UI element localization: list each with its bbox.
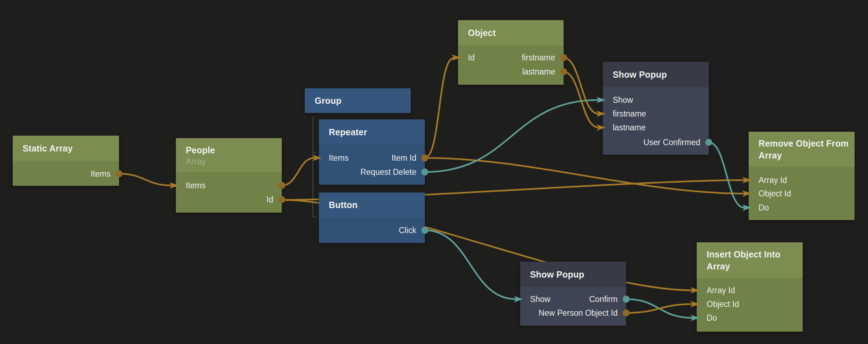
node-header: Repeater (319, 119, 425, 145)
port-label-lastname: lastname (613, 123, 646, 132)
nodes-layer: Static ArrayItemsPeopleArrayItemsIdGroup… (0, 0, 868, 344)
port-label-items: Items (329, 153, 349, 163)
node-header: Button (319, 192, 425, 217)
node-title: Remove Object From Array (759, 137, 850, 161)
node-title: People (186, 144, 278, 156)
node-title: Repeater (329, 126, 421, 138)
node-static-array[interactable]: Static ArrayItems (13, 136, 119, 186)
node-graph-canvas[interactable]: Static ArrayItemsPeopleArrayItemsIdGroup… (0, 0, 868, 344)
port-label-show: Show (613, 95, 633, 105)
node-title: Static Array (23, 142, 115, 154)
port-label-do: Do (707, 313, 717, 323)
port-label-show: Show (530, 294, 551, 304)
port-label-id: Id (267, 195, 273, 204)
node-header: Show Popup (603, 62, 709, 87)
port-label-click: Click (399, 225, 416, 235)
node-repeater[interactable]: RepeaterItemsItem IdRequest Delete (319, 119, 425, 185)
port-label-item-id: Item Id (392, 153, 416, 163)
node-object[interactable]: ObjectIdfirstnamelastname (458, 20, 564, 85)
port-label-items: Items (91, 169, 111, 179)
port-label-do: Do (759, 203, 769, 213)
node-people[interactable]: PeopleArrayItemsId (176, 138, 282, 213)
port-label-object-id: Object Id (707, 299, 739, 309)
port-label-array-id: Array Id (707, 285, 735, 295)
node-title: Insert Object Into Array (707, 248, 798, 272)
port-label-id: Id (468, 53, 475, 63)
port-label-lastname: lastname (522, 67, 555, 77)
port-label-request-delete: Request Delete (360, 167, 416, 177)
port-label-items: Items (186, 180, 206, 190)
node-title: Object (468, 27, 559, 39)
node-header: Static Array (13, 136, 119, 161)
port-label-user-confirmed: User Confirmed (643, 137, 700, 147)
node-button[interactable]: ButtonClick (319, 192, 425, 243)
node-title: Show Popup (530, 268, 622, 280)
node-title: Show Popup (613, 69, 704, 81)
node-header: PeopleArray (176, 138, 282, 172)
node-show-popup-top[interactable]: Show PopupShowfirstnamelastnameUser Conf… (603, 62, 709, 155)
node-subtitle: Array (186, 156, 278, 167)
node-title: Group (315, 95, 406, 107)
node-header: Object (458, 20, 564, 45)
node-show-popup-bottom[interactable]: Show PopupShowConfirmNew Person Object I… (520, 262, 626, 326)
port-label-confirm: Confirm (589, 294, 618, 304)
port-label-firstname: firstname (522, 53, 555, 63)
node-insert-object-into-array[interactable]: Insert Object Into ArrayArray IdObject I… (697, 242, 803, 332)
node-header: Show Popup (520, 262, 626, 287)
node-remove-object-from-array[interactable]: Remove Object From ArrayArray IdObject I… (749, 132, 855, 220)
node-title: Button (329, 199, 421, 211)
port-label-new-person-object-id: New Person Object Id (539, 308, 618, 318)
node-header: Insert Object Into Array (697, 242, 803, 278)
port-label-firstname: firstname (613, 109, 646, 119)
port-label-object-id: Object Id (759, 189, 791, 198)
node-header: Group (305, 88, 411, 113)
port-label-array-id: Array Id (759, 175, 787, 185)
node-group[interactable]: Group (305, 88, 411, 113)
node-header: Remove Object From Array (749, 132, 855, 167)
